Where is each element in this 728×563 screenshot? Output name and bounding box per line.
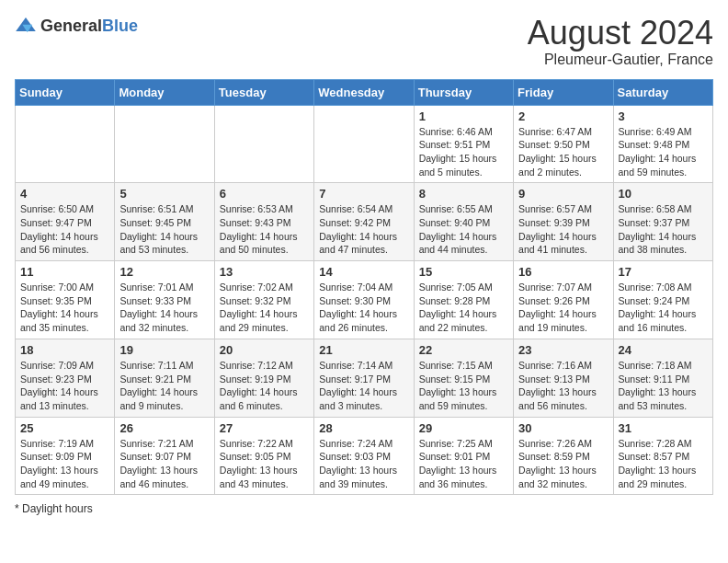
day-number: 28 — [319, 421, 408, 435]
calendar-week-row: 1Sunrise: 6:46 AM Sunset: 9:51 PM Daylig… — [16, 105, 713, 183]
day-number: 13 — [220, 265, 309, 279]
day-info: Sunrise: 7:21 AM Sunset: 9:07 PM Dayligh… — [119, 437, 209, 491]
day-info: Sunrise: 7:28 AM Sunset: 8:57 PM Dayligh… — [619, 437, 708, 491]
calendar-day-cell: 29Sunrise: 7:25 AM Sunset: 9:01 PM Dayli… — [414, 417, 513, 495]
day-info: Sunrise: 6:49 AM Sunset: 9:48 PM Dayligh… — [619, 125, 708, 179]
day-number: 14 — [319, 265, 408, 279]
day-info: Sunrise: 7:09 AM Sunset: 9:23 PM Dayligh… — [20, 359, 109, 413]
day-info: Sunrise: 6:47 AM Sunset: 9:50 PM Dayligh… — [518, 125, 608, 179]
day-info: Sunrise: 7:07 AM Sunset: 9:26 PM Dayligh… — [518, 281, 608, 335]
day-number: 18 — [20, 343, 109, 357]
day-number: 21 — [319, 343, 408, 357]
day-number: 15 — [419, 265, 508, 279]
calendar-day-cell: 2Sunrise: 6:47 AM Sunset: 9:50 PM Daylig… — [514, 105, 613, 183]
logo: General Blue — [15, 15, 138, 37]
calendar-week-row: 4Sunrise: 6:50 AM Sunset: 9:47 PM Daylig… — [16, 183, 713, 261]
day-info: Sunrise: 7:26 AM Sunset: 8:59 PM Dayligh… — [518, 437, 608, 491]
day-info: Sunrise: 7:22 AM Sunset: 9:05 PM Dayligh… — [220, 437, 309, 491]
day-number: 17 — [619, 265, 708, 279]
day-number: 26 — [119, 421, 209, 435]
day-number: 23 — [518, 343, 608, 357]
calendar-day-cell: 11Sunrise: 7:00 AM Sunset: 9:35 PM Dayli… — [16, 261, 115, 339]
day-info: Sunrise: 7:25 AM Sunset: 9:01 PM Dayligh… — [419, 437, 508, 491]
day-number: 29 — [419, 421, 508, 435]
day-info: Sunrise: 6:53 AM Sunset: 9:43 PM Dayligh… — [220, 202, 309, 257]
day-info: Sunrise: 6:55 AM Sunset: 9:40 PM Dayligh… — [419, 202, 508, 257]
calendar-day-cell: 30Sunrise: 7:26 AM Sunset: 8:59 PM Dayli… — [514, 417, 613, 495]
calendar-day-cell: 13Sunrise: 7:02 AM Sunset: 9:32 PM Dayli… — [214, 261, 313, 339]
calendar-day-cell: 5Sunrise: 6:51 AM Sunset: 9:45 PM Daylig… — [115, 183, 214, 261]
day-number: 24 — [619, 343, 708, 357]
location-subtitle: Pleumeur-Gautier, France — [528, 52, 713, 68]
calendar-day-cell: 6Sunrise: 6:53 AM Sunset: 9:43 PM Daylig… — [214, 183, 313, 261]
day-info: Sunrise: 7:14 AM Sunset: 9:17 PM Dayligh… — [319, 359, 408, 413]
calendar-day-cell: 16Sunrise: 7:07 AM Sunset: 9:26 PM Dayli… — [514, 261, 613, 339]
day-info: Sunrise: 7:15 AM Sunset: 9:15 PM Dayligh… — [419, 359, 508, 413]
weekday-header-friday: Friday — [514, 79, 613, 105]
day-number: 12 — [119, 265, 209, 279]
day-number: 11 — [20, 265, 109, 279]
day-number: 27 — [220, 421, 309, 435]
calendar-day-cell: 1Sunrise: 6:46 AM Sunset: 9:51 PM Daylig… — [414, 105, 513, 183]
footer-note-text: Daylight hours — [22, 502, 93, 515]
day-number: 19 — [119, 343, 209, 357]
day-info: Sunrise: 7:00 AM Sunset: 9:35 PM Dayligh… — [20, 281, 109, 335]
calendar-day-cell: 31Sunrise: 7:28 AM Sunset: 8:57 PM Dayli… — [613, 417, 712, 495]
calendar-day-cell: 18Sunrise: 7:09 AM Sunset: 9:23 PM Dayli… — [16, 339, 115, 417]
calendar-day-cell: 14Sunrise: 7:04 AM Sunset: 9:30 PM Dayli… — [314, 261, 414, 339]
calendar-week-row: 18Sunrise: 7:09 AM Sunset: 9:23 PM Dayli… — [16, 339, 713, 417]
calendar-week-row: 25Sunrise: 7:19 AM Sunset: 9:09 PM Dayli… — [16, 417, 713, 495]
calendar-day-cell: 3Sunrise: 6:49 AM Sunset: 9:48 PM Daylig… — [613, 105, 712, 183]
weekday-header-tuesday: Tuesday — [214, 79, 313, 105]
calendar-day-cell — [115, 105, 214, 183]
day-number: 31 — [619, 421, 708, 435]
calendar-day-cell: 17Sunrise: 7:08 AM Sunset: 9:24 PM Dayli… — [613, 261, 712, 339]
title-area: August 2024 Pleumeur-Gautier, France — [528, 15, 713, 68]
logo-blue-text: Blue — [102, 17, 138, 34]
calendar-day-cell — [16, 105, 115, 183]
month-year-title: August 2024 — [528, 15, 713, 52]
calendar-day-cell: 23Sunrise: 7:16 AM Sunset: 9:13 PM Dayli… — [514, 339, 613, 417]
calendar-day-cell: 9Sunrise: 6:57 AM Sunset: 9:39 PM Daylig… — [514, 183, 613, 261]
day-number: 1 — [419, 109, 508, 123]
day-number: 10 — [619, 187, 708, 201]
calendar-day-cell: 4Sunrise: 6:50 AM Sunset: 9:47 PM Daylig… — [16, 183, 115, 261]
day-info: Sunrise: 7:12 AM Sunset: 9:19 PM Dayligh… — [220, 359, 309, 413]
calendar-day-cell: 12Sunrise: 7:01 AM Sunset: 9:33 PM Dayli… — [115, 261, 214, 339]
calendar-day-cell: 28Sunrise: 7:24 AM Sunset: 9:03 PM Dayli… — [314, 417, 414, 495]
day-number: 5 — [119, 187, 209, 201]
calendar-day-cell: 22Sunrise: 7:15 AM Sunset: 9:15 PM Dayli… — [414, 339, 513, 417]
header: General Blue August 2024 Pleumeur-Gautie… — [15, 15, 713, 68]
day-info: Sunrise: 7:18 AM Sunset: 9:11 PM Dayligh… — [619, 359, 708, 413]
day-number: 4 — [20, 187, 109, 201]
day-info: Sunrise: 6:57 AM Sunset: 9:39 PM Dayligh… — [518, 202, 608, 257]
calendar-day-cell: 8Sunrise: 6:55 AM Sunset: 9:40 PM Daylig… — [414, 183, 513, 261]
day-info: Sunrise: 7:08 AM Sunset: 9:24 PM Dayligh… — [619, 281, 708, 335]
day-number: 20 — [220, 343, 309, 357]
weekday-header-sunday: Sunday — [16, 79, 115, 105]
day-info: Sunrise: 7:04 AM Sunset: 9:30 PM Dayligh… — [319, 281, 408, 335]
calendar-day-cell: 21Sunrise: 7:14 AM Sunset: 9:17 PM Dayli… — [314, 339, 414, 417]
calendar-day-cell — [214, 105, 313, 183]
calendar-week-row: 11Sunrise: 7:00 AM Sunset: 9:35 PM Dayli… — [16, 261, 713, 339]
logo-icon — [15, 15, 37, 37]
day-info: Sunrise: 6:46 AM Sunset: 9:51 PM Dayligh… — [419, 125, 508, 179]
calendar-day-cell: 24Sunrise: 7:18 AM Sunset: 9:11 PM Dayli… — [613, 339, 712, 417]
day-info: Sunrise: 7:11 AM Sunset: 9:21 PM Dayligh… — [119, 359, 209, 413]
day-number: 30 — [518, 421, 608, 435]
calendar-day-cell: 26Sunrise: 7:21 AM Sunset: 9:07 PM Dayli… — [115, 417, 214, 495]
day-number: 8 — [419, 187, 508, 201]
weekday-header-thursday: Thursday — [414, 79, 513, 105]
day-info: Sunrise: 6:58 AM Sunset: 9:37 PM Dayligh… — [619, 202, 708, 257]
day-number: 9 — [518, 187, 608, 201]
day-number: 6 — [220, 187, 309, 201]
footer-note: * Daylight hours — [15, 502, 713, 515]
day-number: 16 — [518, 265, 608, 279]
calendar-day-cell: 20Sunrise: 7:12 AM Sunset: 9:19 PM Dayli… — [214, 339, 313, 417]
day-number: 3 — [619, 109, 708, 123]
calendar-table: SundayMondayTuesdayWednesdayThursdayFrid… — [15, 79, 713, 496]
day-number: 2 — [518, 109, 608, 123]
weekday-header-saturday: Saturday — [613, 79, 712, 105]
weekday-header-wednesday: Wednesday — [314, 79, 414, 105]
day-number: 22 — [419, 343, 508, 357]
